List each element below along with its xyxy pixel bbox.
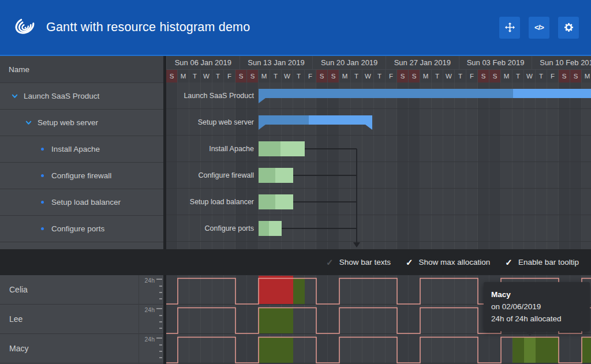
- bar-text-label: Install Apache: [167, 145, 254, 153]
- tooltip-pointer: [525, 331, 534, 336]
- resource-row[interactable]: Celia: [0, 275, 139, 305]
- task-progress-fill: [259, 89, 513, 98]
- checkmark-icon: ✓: [505, 257, 513, 268]
- task-row[interactable]: Setup load balancer: [0, 189, 163, 216]
- day-header-cell: W: [282, 70, 293, 82]
- histogram-toolbar: ✓Show bar texts✓Show max allocation✓Enab…: [0, 249, 591, 275]
- day-header-cell: W: [201, 70, 212, 82]
- task-label: Configure firewall: [51, 171, 111, 180]
- day-header-cell: T: [374, 70, 386, 82]
- code-view-button[interactable]: </>: [529, 17, 549, 39]
- checkbox-show-bar-texts[interactable]: ✓Show bar texts: [326, 257, 391, 268]
- scale-tick: [159, 357, 162, 358]
- checkbox-label: Show max allocation: [419, 258, 491, 267]
- task-label: Configure ports: [51, 224, 104, 233]
- checkmark-icon: ✓: [326, 257, 334, 268]
- task-tree: Launch SaaS ProductSetup web serverInsta…: [0, 83, 163, 242]
- tooltip-date: on 02/06/2019: [491, 302, 541, 311]
- parent-bar-left-tail: [259, 98, 265, 103]
- checkbox-show-max-allocation[interactable]: ✓Show max allocation: [406, 257, 490, 268]
- page-title: Gantt with resource histogram demo: [46, 20, 250, 35]
- parent-task-bar[interactable]: [259, 115, 372, 125]
- bar-text-label: Setup web server: [167, 118, 254, 126]
- app-header: Gantt with resource histogram demo </>: [0, 0, 591, 55]
- leaf-bullet-icon: [38, 225, 46, 233]
- leaf-bullet-icon: [38, 145, 46, 153]
- gantt-timeline: Sun 06 Jan 2019Sun 13 Jan 2019Sun 20 Jan…: [166, 56, 591, 249]
- scale-tick: [159, 286, 162, 287]
- resource-row[interactable]: Macy: [0, 334, 139, 363]
- day-header-cell: T: [212, 70, 224, 82]
- day-header-cell: M: [420, 70, 432, 82]
- scale-tick: [159, 344, 162, 346]
- max-allocation-line: [166, 334, 591, 363]
- day-header-cell: T: [455, 70, 466, 82]
- allocation-tooltip: Macy on 02/06/2019 24h of 24h allocated: [484, 282, 590, 331]
- week-header-cell: Sun 13 Jan 2019: [240, 56, 313, 69]
- task-progress-fill: [259, 221, 269, 236]
- scale-tick: [156, 279, 162, 280]
- day-header-cell: M: [501, 70, 513, 82]
- day-header-cell: T: [432, 70, 443, 82]
- resource-name: Macy: [9, 344, 28, 353]
- task-label: Launch SaaS Product: [24, 92, 99, 100]
- week-header-cell: Sun 03 Feb 2019: [459, 56, 532, 69]
- scale-block: 24h: [139, 275, 164, 305]
- scale-max-label: 24h: [144, 306, 155, 313]
- name-column-header[interactable]: Name: [0, 56, 163, 83]
- task-row[interactable]: Configure firewall: [0, 163, 163, 189]
- task-progress-fill: [259, 168, 275, 183]
- day-header-cell: M: [339, 70, 351, 82]
- task-bar[interactable]: [259, 194, 293, 209]
- chevron-down-icon[interactable]: [10, 92, 18, 100]
- histogram-row: [166, 334, 591, 363]
- scale-tick: [159, 321, 162, 322]
- header-toolbar: </>: [499, 17, 579, 39]
- checkbox-enable-bar-tooltip[interactable]: ✓Enable bar tooltip: [505, 257, 579, 268]
- task-row[interactable]: Setup web server: [0, 110, 163, 136]
- day-header-cell: S: [235, 70, 247, 82]
- week-header-cell: Sun 20 Jan 2019: [312, 56, 386, 69]
- day-header-cell: F: [547, 70, 559, 82]
- timeline-day-header: SMTWTFSSMTWTFSSMTWTFSSMTWTFSSMTWTFSSMT: [166, 69, 591, 82]
- day-header-cell: M: [582, 70, 591, 82]
- task-row[interactable]: Configure ports: [0, 216, 163, 242]
- day-header-cell: S: [247, 70, 259, 82]
- task-grid-panel: Name Launch SaaS ProductSetup web server…: [0, 56, 163, 249]
- resource-name: Celia: [9, 285, 28, 294]
- scale-max-label: 24h: [144, 336, 155, 343]
- histogram-scale-column: 24h24h24h: [139, 275, 164, 364]
- bar-text-label: Setup load balancer: [167, 198, 254, 206]
- app-logo-icon: [13, 15, 38, 40]
- settings-button[interactable]: [558, 17, 579, 39]
- scale-tick: [156, 337, 162, 339]
- task-row[interactable]: Install Apache: [0, 136, 163, 163]
- day-header-cell: S: [570, 70, 582, 82]
- chevron-down-icon[interactable]: [24, 119, 32, 127]
- task-bar[interactable]: [259, 221, 282, 236]
- move-tool-button[interactable]: [499, 17, 520, 39]
- scale-tick: [159, 315, 162, 316]
- day-header-cell: F: [466, 70, 478, 82]
- task-row[interactable]: Launch SaaS Product: [0, 83, 163, 110]
- bar-text-label: Configure firewall: [167, 171, 254, 179]
- task-bar[interactable]: [259, 141, 305, 156]
- resource-row[interactable]: Lee: [0, 305, 139, 334]
- tooltip-resource-name: Macy: [491, 288, 582, 301]
- day-header-cell: T: [351, 70, 362, 82]
- scale-block: 24h: [139, 305, 164, 334]
- task-bar[interactable]: [259, 168, 293, 183]
- day-header-cell: W: [362, 70, 374, 82]
- scale-tick: [159, 328, 162, 329]
- checkmark-icon: ✓: [406, 257, 413, 268]
- day-header-cell: F: [224, 70, 235, 82]
- day-header-cell: W: [443, 70, 455, 82]
- task-progress-fill: [259, 141, 280, 156]
- task-progress-fill: [259, 115, 309, 125]
- scale-tick: [159, 351, 162, 352]
- day-header-cell: T: [513, 70, 524, 82]
- app-window: Gantt with resource histogram demo </>: [0, 0, 591, 364]
- parent-task-bar[interactable]: [259, 89, 591, 98]
- day-header-cell: S: [316, 70, 328, 82]
- day-header-cell: T: [536, 70, 547, 82]
